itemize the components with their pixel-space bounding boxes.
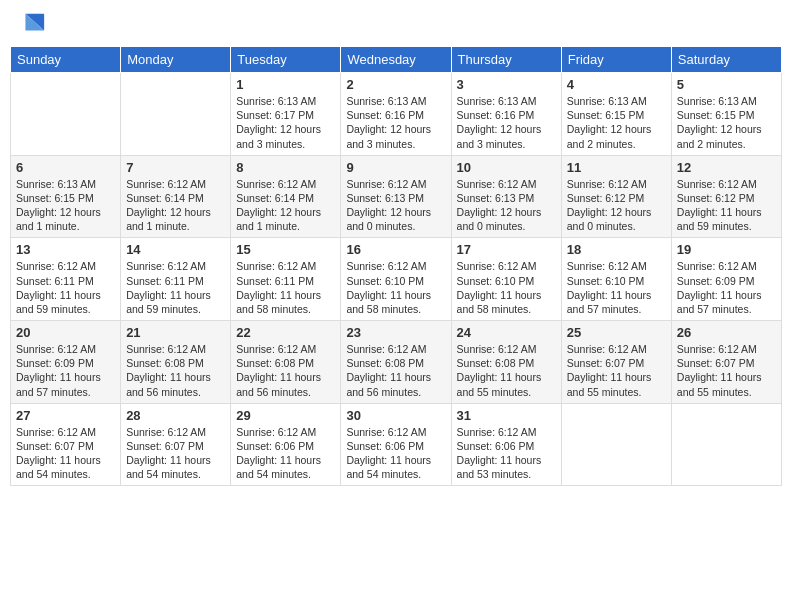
calendar-cell: 21Sunrise: 6:12 AM Sunset: 6:08 PM Dayli… [121, 321, 231, 404]
calendar-week-row: 6Sunrise: 6:13 AM Sunset: 6:15 PM Daylig… [11, 155, 782, 238]
logo [14, 10, 46, 38]
day-number: 14 [126, 242, 225, 257]
day-info: Sunrise: 6:12 AM Sunset: 6:14 PM Dayligh… [126, 177, 225, 234]
calendar-header-tuesday: Tuesday [231, 47, 341, 73]
calendar-header-row: SundayMondayTuesdayWednesdayThursdayFrid… [11, 47, 782, 73]
day-info: Sunrise: 6:12 AM Sunset: 6:14 PM Dayligh… [236, 177, 335, 234]
day-info: Sunrise: 6:12 AM Sunset: 6:13 PM Dayligh… [457, 177, 556, 234]
logo-icon [18, 10, 46, 38]
calendar-cell [671, 403, 781, 486]
day-number: 31 [457, 408, 556, 423]
day-number: 30 [346, 408, 445, 423]
day-number: 1 [236, 77, 335, 92]
calendar-cell: 8Sunrise: 6:12 AM Sunset: 6:14 PM Daylig… [231, 155, 341, 238]
day-number: 19 [677, 242, 776, 257]
calendar-week-row: 13Sunrise: 6:12 AM Sunset: 6:11 PM Dayli… [11, 238, 782, 321]
page-header [10, 10, 782, 38]
day-info: Sunrise: 6:12 AM Sunset: 6:13 PM Dayligh… [346, 177, 445, 234]
day-info: Sunrise: 6:13 AM Sunset: 6:15 PM Dayligh… [677, 94, 776, 151]
calendar-cell: 29Sunrise: 6:12 AM Sunset: 6:06 PM Dayli… [231, 403, 341, 486]
calendar-table: SundayMondayTuesdayWednesdayThursdayFrid… [10, 46, 782, 486]
calendar-header-monday: Monday [121, 47, 231, 73]
calendar-week-row: 20Sunrise: 6:12 AM Sunset: 6:09 PM Dayli… [11, 321, 782, 404]
calendar-cell: 1Sunrise: 6:13 AM Sunset: 6:17 PM Daylig… [231, 73, 341, 156]
day-info: Sunrise: 6:12 AM Sunset: 6:12 PM Dayligh… [677, 177, 776, 234]
calendar-cell: 5Sunrise: 6:13 AM Sunset: 6:15 PM Daylig… [671, 73, 781, 156]
calendar-cell: 15Sunrise: 6:12 AM Sunset: 6:11 PM Dayli… [231, 238, 341, 321]
day-number: 18 [567, 242, 666, 257]
calendar-cell: 4Sunrise: 6:13 AM Sunset: 6:15 PM Daylig… [561, 73, 671, 156]
calendar-cell: 23Sunrise: 6:12 AM Sunset: 6:08 PM Dayli… [341, 321, 451, 404]
calendar-cell: 10Sunrise: 6:12 AM Sunset: 6:13 PM Dayli… [451, 155, 561, 238]
calendar-header-saturday: Saturday [671, 47, 781, 73]
day-info: Sunrise: 6:12 AM Sunset: 6:11 PM Dayligh… [16, 259, 115, 316]
day-info: Sunrise: 6:13 AM Sunset: 6:16 PM Dayligh… [457, 94, 556, 151]
day-info: Sunrise: 6:12 AM Sunset: 6:06 PM Dayligh… [457, 425, 556, 482]
day-number: 3 [457, 77, 556, 92]
calendar-header-thursday: Thursday [451, 47, 561, 73]
day-number: 15 [236, 242, 335, 257]
day-info: Sunrise: 6:12 AM Sunset: 6:12 PM Dayligh… [567, 177, 666, 234]
day-info: Sunrise: 6:12 AM Sunset: 6:08 PM Dayligh… [457, 342, 556, 399]
day-info: Sunrise: 6:13 AM Sunset: 6:15 PM Dayligh… [567, 94, 666, 151]
calendar-cell: 26Sunrise: 6:12 AM Sunset: 6:07 PM Dayli… [671, 321, 781, 404]
day-info: Sunrise: 6:12 AM Sunset: 6:10 PM Dayligh… [457, 259, 556, 316]
day-number: 16 [346, 242, 445, 257]
day-number: 7 [126, 160, 225, 175]
calendar-header-wednesday: Wednesday [341, 47, 451, 73]
day-number: 22 [236, 325, 335, 340]
calendar-week-row: 27Sunrise: 6:12 AM Sunset: 6:07 PM Dayli… [11, 403, 782, 486]
calendar-cell: 18Sunrise: 6:12 AM Sunset: 6:10 PM Dayli… [561, 238, 671, 321]
day-info: Sunrise: 6:12 AM Sunset: 6:11 PM Dayligh… [236, 259, 335, 316]
day-number: 27 [16, 408, 115, 423]
day-number: 10 [457, 160, 556, 175]
day-number: 5 [677, 77, 776, 92]
day-number: 4 [567, 77, 666, 92]
day-info: Sunrise: 6:12 AM Sunset: 6:09 PM Dayligh… [16, 342, 115, 399]
day-number: 2 [346, 77, 445, 92]
day-info: Sunrise: 6:12 AM Sunset: 6:11 PM Dayligh… [126, 259, 225, 316]
calendar-cell [11, 73, 121, 156]
calendar-cell: 2Sunrise: 6:13 AM Sunset: 6:16 PM Daylig… [341, 73, 451, 156]
calendar-cell [561, 403, 671, 486]
day-info: Sunrise: 6:13 AM Sunset: 6:17 PM Dayligh… [236, 94, 335, 151]
calendar-cell: 16Sunrise: 6:12 AM Sunset: 6:10 PM Dayli… [341, 238, 451, 321]
day-number: 20 [16, 325, 115, 340]
calendar-cell: 31Sunrise: 6:12 AM Sunset: 6:06 PM Dayli… [451, 403, 561, 486]
calendar-cell: 22Sunrise: 6:12 AM Sunset: 6:08 PM Dayli… [231, 321, 341, 404]
day-number: 12 [677, 160, 776, 175]
day-number: 11 [567, 160, 666, 175]
day-info: Sunrise: 6:12 AM Sunset: 6:08 PM Dayligh… [126, 342, 225, 399]
calendar-cell: 25Sunrise: 6:12 AM Sunset: 6:07 PM Dayli… [561, 321, 671, 404]
day-info: Sunrise: 6:12 AM Sunset: 6:06 PM Dayligh… [236, 425, 335, 482]
day-number: 25 [567, 325, 666, 340]
day-number: 13 [16, 242, 115, 257]
day-info: Sunrise: 6:12 AM Sunset: 6:07 PM Dayligh… [567, 342, 666, 399]
day-info: Sunrise: 6:12 AM Sunset: 6:08 PM Dayligh… [236, 342, 335, 399]
day-info: Sunrise: 6:12 AM Sunset: 6:09 PM Dayligh… [677, 259, 776, 316]
calendar-cell: 13Sunrise: 6:12 AM Sunset: 6:11 PM Dayli… [11, 238, 121, 321]
day-number: 28 [126, 408, 225, 423]
day-info: Sunrise: 6:12 AM Sunset: 6:10 PM Dayligh… [567, 259, 666, 316]
calendar-header-sunday: Sunday [11, 47, 121, 73]
calendar-cell: 3Sunrise: 6:13 AM Sunset: 6:16 PM Daylig… [451, 73, 561, 156]
calendar-cell: 12Sunrise: 6:12 AM Sunset: 6:12 PM Dayli… [671, 155, 781, 238]
calendar-cell: 27Sunrise: 6:12 AM Sunset: 6:07 PM Dayli… [11, 403, 121, 486]
calendar-week-row: 1Sunrise: 6:13 AM Sunset: 6:17 PM Daylig… [11, 73, 782, 156]
calendar-cell: 6Sunrise: 6:13 AM Sunset: 6:15 PM Daylig… [11, 155, 121, 238]
day-number: 21 [126, 325, 225, 340]
day-info: Sunrise: 6:12 AM Sunset: 6:07 PM Dayligh… [16, 425, 115, 482]
day-number: 6 [16, 160, 115, 175]
calendar-cell: 28Sunrise: 6:12 AM Sunset: 6:07 PM Dayli… [121, 403, 231, 486]
day-number: 24 [457, 325, 556, 340]
day-info: Sunrise: 6:12 AM Sunset: 6:07 PM Dayligh… [126, 425, 225, 482]
day-number: 17 [457, 242, 556, 257]
calendar-cell: 9Sunrise: 6:12 AM Sunset: 6:13 PM Daylig… [341, 155, 451, 238]
calendar-header-friday: Friday [561, 47, 671, 73]
day-number: 26 [677, 325, 776, 340]
calendar-cell: 7Sunrise: 6:12 AM Sunset: 6:14 PM Daylig… [121, 155, 231, 238]
day-info: Sunrise: 6:12 AM Sunset: 6:10 PM Dayligh… [346, 259, 445, 316]
day-number: 29 [236, 408, 335, 423]
day-info: Sunrise: 6:12 AM Sunset: 6:08 PM Dayligh… [346, 342, 445, 399]
calendar-cell: 17Sunrise: 6:12 AM Sunset: 6:10 PM Dayli… [451, 238, 561, 321]
